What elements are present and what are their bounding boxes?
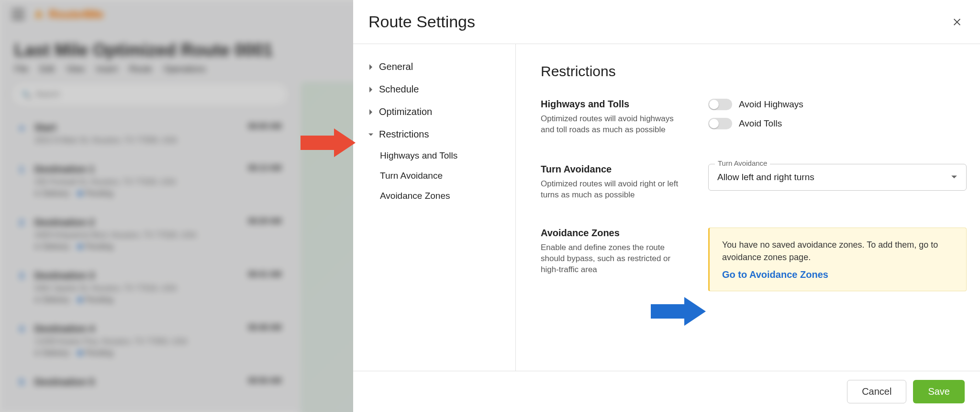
- avoid-tolls-label: Avoid Tolls: [739, 118, 782, 129]
- settings-nav: General Schedule Optimization Restrictio…: [353, 44, 516, 371]
- section-title: Restrictions: [541, 63, 955, 80]
- route-settings-modal: Route Settings General Schedule Optimiza…: [353, 0, 980, 412]
- turn-title: Turn Avoidance: [541, 164, 689, 175]
- turn-desc: Optimized routes will avoid right or lef…: [541, 179, 689, 201]
- chevron-down-icon: [368, 132, 374, 137]
- nav-label: Schedule: [379, 84, 419, 95]
- zones-desc: Enable and define zones the route should…: [541, 242, 689, 275]
- modal-title: Route Settings: [368, 12, 475, 31]
- chevron-right-icon: [368, 109, 374, 115]
- avoid-highways-toggle[interactable]: [708, 99, 732, 110]
- highways-title: Highways and Tolls: [541, 99, 689, 110]
- turn-select-legend: Turn Avoidance: [715, 159, 770, 167]
- save-button[interactable]: Save: [913, 380, 965, 403]
- nav-sub-highways[interactable]: Highways and Tolls: [357, 146, 512, 166]
- highways-desc: Optimized routes will avoid highways and…: [541, 114, 689, 136]
- go-to-avoidance-zones-link[interactable]: Go to Avoidance Zones: [722, 269, 828, 280]
- notice-text: You have no saved avoidance zones. To ad…: [722, 239, 954, 263]
- zones-title: Avoidance Zones: [541, 228, 689, 239]
- avoidance-zones-notice: You have no saved avoidance zones. To ad…: [708, 228, 967, 291]
- cancel-button[interactable]: Cancel: [847, 380, 906, 403]
- avoid-highways-label: Avoid Highways: [739, 99, 803, 110]
- nav-label: Optimization: [379, 106, 432, 117]
- turn-avoidance-select[interactable]: Allow left and right turns: [708, 164, 967, 191]
- nav-sub-turn[interactable]: Turn Avoidance: [357, 166, 512, 186]
- nav-sub-zones[interactable]: Avoidance Zones: [357, 186, 512, 206]
- nav-optimization[interactable]: Optimization: [357, 101, 512, 123]
- nav-schedule[interactable]: Schedule: [357, 78, 512, 101]
- nav-restrictions[interactable]: Restrictions: [357, 123, 512, 146]
- nav-label: General: [379, 61, 413, 72]
- avoid-tolls-toggle[interactable]: [708, 118, 732, 129]
- turn-select-value: Allow left and right turns: [717, 172, 814, 183]
- settings-content: Restrictions Highways and Tolls Optimize…: [516, 44, 980, 371]
- chevron-down-icon: [951, 175, 958, 180]
- close-icon[interactable]: [949, 14, 965, 30]
- chevron-right-icon: [368, 64, 374, 70]
- nav-label: Restrictions: [379, 129, 429, 140]
- nav-general[interactable]: General: [357, 56, 512, 78]
- chevron-right-icon: [368, 87, 374, 92]
